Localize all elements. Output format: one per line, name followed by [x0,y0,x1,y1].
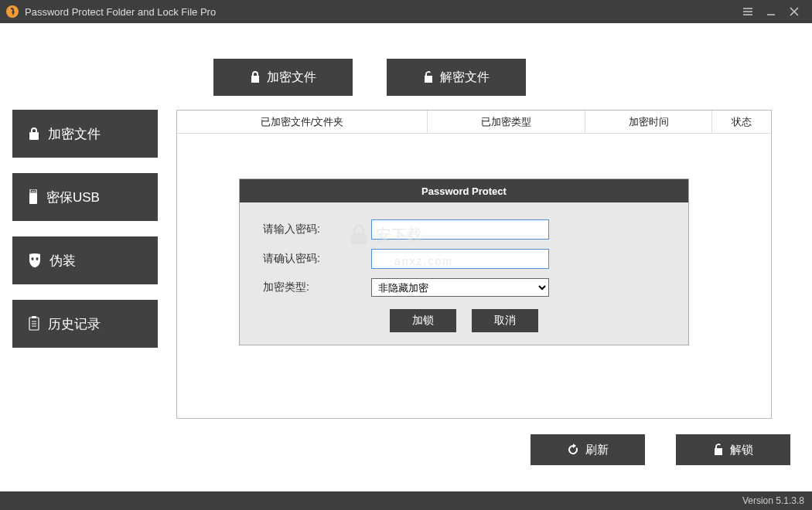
lock-closed-icon [250,71,261,83]
cancel-button[interactable]: 取消 [472,309,538,332]
lock-open-icon [423,71,434,83]
confirm-password-input[interactable] [371,249,549,269]
sidebar-item-disguise[interactable]: 伪装 [12,236,158,284]
svg-rect-2 [34,191,36,192]
unlock-button[interactable]: 解锁 [676,434,790,465]
file-list-panel: 已加密文件/文件夹 已加密类型 加密时间 状态 Password Protect… [176,110,772,419]
decrypt-file-button[interactable]: 解密文件 [387,59,526,96]
svg-rect-0 [30,189,36,193]
statusbar: Version 5.1.3.8 [0,491,812,510]
svg-rect-7 [32,316,36,318]
sidebar-item-usb[interactable]: 密保USB [12,173,158,221]
refresh-icon [567,444,579,456]
mask-icon [28,253,42,268]
sidebar-item-label: 密保USB [46,189,100,206]
button-label: 解密文件 [440,70,490,86]
button-label: 加密文件 [267,70,316,86]
sidebar-item-encrypt[interactable]: 加密文件 [12,110,158,158]
col-header-file[interactable]: 已加密文件/文件夹 [177,110,428,134]
col-header-type[interactable]: 已加密类型 [428,110,585,134]
sidebar: 加密文件 密保USB 伪装 历史记录 [0,110,170,481]
svg-rect-3 [29,193,37,204]
lock-open-icon [713,444,724,456]
col-header-status[interactable]: 状态 [712,110,771,134]
lock-icon [28,127,40,141]
button-label: 解锁 [730,443,753,457]
sidebar-item-label: 历史记录 [48,315,101,333]
clipboard-icon [28,316,40,332]
confirm-password-label: 请确认密码: [263,252,371,266]
encrypt-file-button[interactable]: 加密文件 [213,59,353,96]
svg-point-5 [36,257,39,260]
titlebar: Password Protect Folder and Lock File Pr… [0,0,812,23]
table-header: 已加密文件/文件夹 已加密类型 加密时间 状态 [177,110,771,134]
lock-button[interactable]: 加锁 [390,309,456,332]
dialog-title: Password Protect [240,179,688,202]
close-button[interactable] [783,0,806,23]
sidebar-item-label: 加密文件 [48,125,101,143]
app-logo-icon [6,5,19,18]
button-label: 刷新 [585,443,609,457]
sidebar-item-history[interactable]: 历史记录 [12,300,158,348]
window-title: Password Protect Folder and Lock File Pr… [25,6,216,18]
minimize-button[interactable] [759,0,783,23]
menu-button[interactable] [736,0,759,23]
password-input[interactable] [371,219,549,240]
encrypt-type-select[interactable]: 非隐藏加密 [371,278,549,297]
svg-rect-1 [32,191,33,192]
encrypt-type-label: 加密类型: [263,280,371,294]
svg-point-4 [32,257,34,260]
col-header-time[interactable]: 加密时间 [585,110,712,134]
sidebar-item-label: 伪装 [49,252,76,270]
refresh-button[interactable]: 刷新 [531,434,645,465]
password-dialog: Password Protect 请输入密码: 请确认密码: 加密类型: 非隐藏… [239,178,689,345]
version-label: Version 5.1.3.8 [742,495,804,506]
usb-icon [28,189,39,205]
password-label: 请输入密码: [263,223,371,236]
